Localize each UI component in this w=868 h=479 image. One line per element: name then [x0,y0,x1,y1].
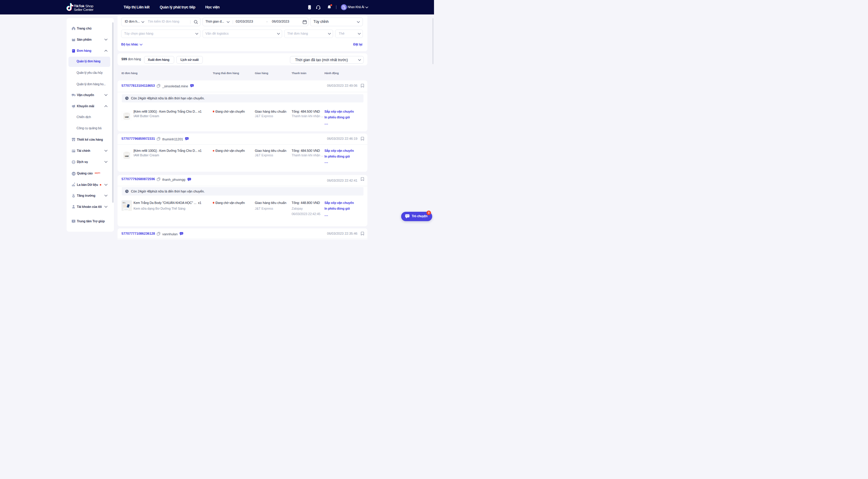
svg-text:83%: 83% [123,202,126,204]
svg-text:IAM: IAM [125,155,129,157]
svg-text:AD: AD [72,172,75,174]
svg-text:?: ? [73,220,74,222]
svg-text:IAM: IAM [125,116,129,118]
